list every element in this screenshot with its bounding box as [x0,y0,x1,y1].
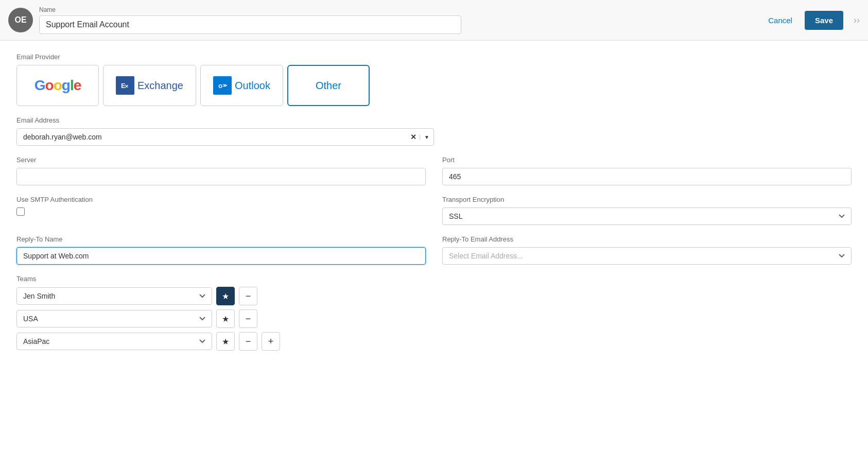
chevron-down-icon: ▼ [424,134,429,140]
transport-select[interactable]: None SSL TLS [442,207,852,225]
team-3-select[interactable]: AsiaPac [16,333,212,350]
reply-to-row: Reply-To Name Reply-To Email Address Sel… [16,235,852,265]
team-1-primary-star-button[interactable]: ★ [216,287,235,305]
plus-icon: + [268,336,274,347]
svg-text:✕: ✕ [125,84,129,89]
team-3-remove-button[interactable]: − [239,332,257,351]
transport-field: Transport Encryption None SSL TLS [442,196,852,225]
team-row-2: USA ★ − [16,309,852,328]
provider-google[interactable]: Google [16,65,99,106]
provider-other-label: Other [316,80,341,92]
email-provider-section: Email Provider Google E ✕ [16,53,852,106]
minus-icon: − [246,291,251,302]
email-address-input[interactable] [17,129,407,145]
reply-to-email-select[interactable]: Select Email Address... [442,247,852,265]
team-2-select-wrapper: USA [16,310,212,327]
team-row-3: AsiaPac ★ − + [16,332,852,351]
port-field: Port [442,156,852,185]
team-1-remove-button[interactable]: − [239,287,257,305]
server-input[interactable] [16,168,426,185]
chevron-right-icon: ›› [854,15,860,26]
email-address-section: Email Address ✕ ▼ [16,116,852,146]
team-3-select-wrapper: AsiaPac [16,333,212,350]
header-actions: Cancel Save [762,11,843,30]
smtp-checkbox-wrapper [16,207,426,216]
team-2-remove-button[interactable]: − [239,309,257,328]
name-input[interactable] [39,15,461,34]
server-port-row: Server Port [16,156,852,185]
email-provider-label: Email Provider [16,53,852,61]
name-label: Name [39,6,756,13]
reply-to-name-field: Reply-To Name [16,235,426,265]
team-2-select[interactable]: USA [16,310,212,327]
provider-other[interactable]: Other [287,65,370,106]
minus-icon-3: − [246,336,251,347]
team-1-select-wrapper: Jen Smith [16,287,212,305]
header: OE Name Cancel Save ›› [0,0,868,41]
email-address-label: Email Address [16,116,852,124]
add-team-button[interactable]: + [262,332,280,351]
teams-label: Teams [16,275,852,283]
server-label: Server [16,156,426,164]
port-input[interactable] [442,168,852,185]
teams-section: Teams Jen Smith ★ − USA [16,275,852,351]
email-clear-button[interactable]: ✕ [407,133,420,141]
reply-to-email-label: Reply-To Email Address [442,235,852,243]
team-row-1: Jen Smith ★ − [16,287,852,305]
team-2-star-button[interactable]: ★ [216,309,235,328]
reply-to-name-input[interactable] [16,247,426,265]
name-field-wrapper: Name [39,6,756,34]
reply-to-email-field: Reply-To Email Address Select Email Addr… [442,235,852,265]
provider-exchange[interactable]: E ✕ Exchange [103,65,196,106]
provider-options: Google E ✕ Exchange [16,65,852,106]
server-field: Server [16,156,426,185]
smtp-label: Use SMTP Authentication [16,196,426,203]
email-address-wrapper: ✕ ▼ [16,128,434,146]
reply-to-name-label: Reply-To Name [16,235,426,243]
smtp-transport-row: Use SMTP Authentication Transport Encryp… [16,196,852,225]
cancel-button[interactable]: Cancel [762,12,798,29]
star-icon: ★ [222,314,229,324]
svg-text:≫: ≫ [222,83,228,88]
transport-label: Transport Encryption [442,196,852,203]
star-icon-3: ★ [222,337,229,347]
provider-outlook[interactable]: o ≫ Outlook [200,65,283,106]
email-dropdown-button[interactable]: ▼ [420,134,433,140]
save-button[interactable]: Save [805,11,843,30]
team-1-select[interactable]: Jen Smith [16,287,212,305]
avatar: OE [8,8,33,32]
smtp-checkbox[interactable] [16,207,25,216]
star-filled-icon: ★ [222,291,229,301]
form-body: Email Provider Google E ✕ [0,41,868,367]
minus-icon-2: − [246,314,251,324]
smtp-field: Use SMTP Authentication [16,196,426,216]
port-label: Port [442,156,852,164]
svg-text:o: o [218,82,222,90]
team-3-star-button[interactable]: ★ [216,332,235,351]
